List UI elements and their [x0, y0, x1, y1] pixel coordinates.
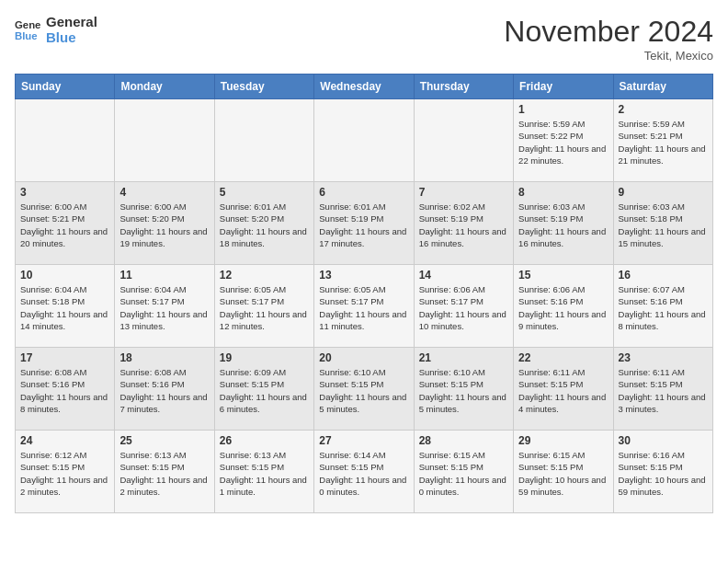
calendar-day-cell: 30Sunrise: 6:16 AM Sunset: 5:15 PM Dayli…	[613, 431, 712, 513]
svg-text:General: General	[15, 19, 40, 30]
day-info: Sunrise: 6:11 AM Sunset: 5:15 PM Dayligh…	[619, 366, 708, 415]
calendar-day-cell: 12Sunrise: 6:05 AM Sunset: 5:17 PM Dayli…	[214, 265, 313, 348]
calendar-day-cell: 24Sunrise: 6:12 AM Sunset: 5:15 PM Dayli…	[16, 431, 115, 513]
day-of-week-header: Tuesday	[214, 75, 313, 99]
calendar-day-cell: 10Sunrise: 6:04 AM Sunset: 5:18 PM Dayli…	[16, 265, 115, 348]
calendar-day-cell: 2Sunrise: 5:59 AM Sunset: 5:21 PM Daylig…	[613, 99, 712, 182]
month-title: November 2024	[504, 15, 713, 49]
day-info: Sunrise: 6:13 AM Sunset: 5:15 PM Dayligh…	[220, 449, 309, 498]
day-info: Sunrise: 6:16 AM Sunset: 5:15 PM Dayligh…	[619, 449, 708, 498]
calendar-day-cell: 6Sunrise: 6:01 AM Sunset: 5:19 PM Daylig…	[314, 182, 414, 265]
day-info: Sunrise: 6:02 AM Sunset: 5:19 PM Dayligh…	[419, 201, 508, 249]
day-of-week-header: Monday	[115, 75, 214, 99]
day-number: 26	[220, 434, 309, 447]
calendar-header: SundayMondayTuesdayWednesdayThursdayFrid…	[16, 75, 713, 99]
day-info: Sunrise: 6:15 AM Sunset: 5:15 PM Dayligh…	[419, 449, 508, 498]
day-info: Sunrise: 6:01 AM Sunset: 5:20 PM Dayligh…	[220, 201, 309, 249]
day-number: 30	[619, 434, 708, 447]
day-info: Sunrise: 6:05 AM Sunset: 5:17 PM Dayligh…	[220, 283, 309, 332]
day-of-week-header: Friday	[514, 75, 613, 99]
day-number: 25	[119, 434, 209, 447]
day-of-week-header: Wednesday	[314, 75, 414, 99]
calendar-day-cell: 5Sunrise: 6:01 AM Sunset: 5:20 PM Daylig…	[214, 182, 313, 265]
calendar-day-cell: 27Sunrise: 6:14 AM Sunset: 5:15 PM Dayli…	[314, 431, 414, 513]
calendar-day-cell: 29Sunrise: 6:15 AM Sunset: 5:15 PM Dayli…	[514, 431, 613, 513]
calendar-day-cell: 11Sunrise: 6:04 AM Sunset: 5:17 PM Dayli…	[115, 265, 214, 348]
day-info: Sunrise: 6:00 AM Sunset: 5:20 PM Dayligh…	[119, 201, 209, 249]
day-number: 9	[619, 186, 708, 199]
day-number: 28	[419, 434, 508, 447]
day-info: Sunrise: 5:59 AM Sunset: 5:21 PM Dayligh…	[619, 118, 708, 167]
calendar-day-cell	[414, 99, 513, 182]
day-info: Sunrise: 6:09 AM Sunset: 5:15 PM Dayligh…	[220, 366, 309, 415]
day-number: 20	[319, 351, 408, 364]
day-info: Sunrise: 6:11 AM Sunset: 5:15 PM Dayligh…	[518, 366, 608, 415]
calendar-day-cell: 14Sunrise: 6:06 AM Sunset: 5:17 PM Dayli…	[414, 265, 513, 348]
day-of-week-header: Sunday	[16, 75, 115, 99]
day-info: Sunrise: 6:14 AM Sunset: 5:15 PM Dayligh…	[319, 449, 408, 498]
day-info: Sunrise: 5:59 AM Sunset: 5:22 PM Dayligh…	[518, 118, 608, 167]
page-header: General Blue General Blue November 2024 …	[15, 15, 713, 63]
day-of-week-header: Saturday	[613, 75, 712, 99]
calendar-week-row: 3Sunrise: 6:00 AM Sunset: 5:21 PM Daylig…	[16, 182, 713, 265]
day-info: Sunrise: 6:10 AM Sunset: 5:15 PM Dayligh…	[319, 366, 408, 415]
calendar-week-row: 24Sunrise: 6:12 AM Sunset: 5:15 PM Dayli…	[16, 431, 713, 513]
day-number: 14	[419, 269, 508, 282]
logo-general: General	[46, 15, 97, 30]
calendar-body: 1Sunrise: 5:59 AM Sunset: 5:22 PM Daylig…	[16, 99, 713, 513]
day-number: 1	[518, 103, 608, 116]
day-info: Sunrise: 6:00 AM Sunset: 5:21 PM Dayligh…	[20, 201, 109, 249]
day-info: Sunrise: 6:03 AM Sunset: 5:18 PM Dayligh…	[619, 201, 708, 249]
day-number: 3	[20, 186, 109, 199]
day-info: Sunrise: 6:13 AM Sunset: 5:15 PM Dayligh…	[119, 449, 209, 498]
calendar-day-cell: 23Sunrise: 6:11 AM Sunset: 5:15 PM Dayli…	[613, 348, 712, 431]
day-number: 22	[518, 351, 608, 364]
title-block: November 2024 Tekit, Mexico	[504, 15, 713, 63]
day-info: Sunrise: 6:15 AM Sunset: 5:15 PM Dayligh…	[518, 449, 608, 498]
day-number: 11	[119, 269, 209, 282]
calendar-table: SundayMondayTuesdayWednesdayThursdayFrid…	[15, 74, 713, 513]
calendar-week-row: 17Sunrise: 6:08 AM Sunset: 5:16 PM Dayli…	[16, 348, 713, 431]
calendar-day-cell	[16, 99, 115, 182]
day-number: 16	[619, 269, 708, 282]
day-number: 4	[119, 186, 209, 199]
day-number: 10	[20, 269, 109, 282]
calendar-day-cell	[214, 99, 313, 182]
calendar-day-cell	[314, 99, 414, 182]
calendar-day-cell: 20Sunrise: 6:10 AM Sunset: 5:15 PM Dayli…	[314, 348, 414, 431]
day-of-week-header: Thursday	[414, 75, 513, 99]
day-info: Sunrise: 6:04 AM Sunset: 5:18 PM Dayligh…	[20, 283, 109, 332]
location: Tekit, Mexico	[504, 49, 713, 63]
header-row: SundayMondayTuesdayWednesdayThursdayFrid…	[16, 75, 713, 99]
calendar-day-cell: 28Sunrise: 6:15 AM Sunset: 5:15 PM Dayli…	[414, 431, 513, 513]
day-number: 24	[20, 434, 109, 447]
calendar-day-cell: 15Sunrise: 6:06 AM Sunset: 5:16 PM Dayli…	[514, 265, 613, 348]
calendar-day-cell: 19Sunrise: 6:09 AM Sunset: 5:15 PM Dayli…	[214, 348, 313, 431]
calendar-day-cell: 17Sunrise: 6:08 AM Sunset: 5:16 PM Dayli…	[16, 348, 115, 431]
day-number: 19	[220, 351, 309, 364]
calendar-day-cell: 9Sunrise: 6:03 AM Sunset: 5:18 PM Daylig…	[613, 182, 712, 265]
day-number: 7	[419, 186, 508, 199]
day-number: 18	[119, 351, 209, 364]
day-number: 5	[220, 186, 309, 199]
calendar-day-cell: 26Sunrise: 6:13 AM Sunset: 5:15 PM Dayli…	[214, 431, 313, 513]
day-number: 29	[518, 434, 608, 447]
day-number: 21	[419, 351, 508, 364]
day-info: Sunrise: 6:06 AM Sunset: 5:16 PM Dayligh…	[518, 283, 608, 332]
calendar-day-cell	[115, 99, 214, 182]
calendar-day-cell: 22Sunrise: 6:11 AM Sunset: 5:15 PM Dayli…	[514, 348, 613, 431]
day-number: 6	[319, 186, 408, 199]
day-number: 17	[20, 351, 109, 364]
calendar-day-cell: 25Sunrise: 6:13 AM Sunset: 5:15 PM Dayli…	[115, 431, 214, 513]
day-info: Sunrise: 6:08 AM Sunset: 5:16 PM Dayligh…	[119, 366, 209, 415]
calendar-day-cell: 8Sunrise: 6:03 AM Sunset: 5:19 PM Daylig…	[514, 182, 613, 265]
calendar-day-cell: 7Sunrise: 6:02 AM Sunset: 5:19 PM Daylig…	[414, 182, 513, 265]
calendar-week-row: 10Sunrise: 6:04 AM Sunset: 5:18 PM Dayli…	[16, 265, 713, 348]
calendar-day-cell: 18Sunrise: 6:08 AM Sunset: 5:16 PM Dayli…	[115, 348, 214, 431]
day-info: Sunrise: 6:01 AM Sunset: 5:19 PM Dayligh…	[319, 201, 408, 249]
calendar-day-cell: 13Sunrise: 6:05 AM Sunset: 5:17 PM Dayli…	[314, 265, 414, 348]
calendar-day-cell: 3Sunrise: 6:00 AM Sunset: 5:21 PM Daylig…	[16, 182, 115, 265]
day-number: 2	[619, 103, 708, 116]
day-info: Sunrise: 6:10 AM Sunset: 5:15 PM Dayligh…	[419, 366, 508, 415]
calendar-day-cell: 21Sunrise: 6:10 AM Sunset: 5:15 PM Dayli…	[414, 348, 513, 431]
